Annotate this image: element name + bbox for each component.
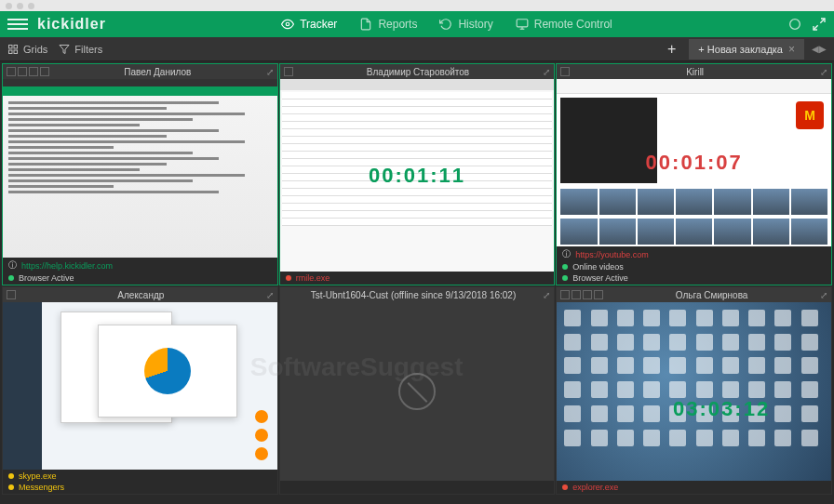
circle-icon xyxy=(255,447,268,460)
svg-rect-8 xyxy=(14,45,18,48)
svg-line-5 xyxy=(820,19,825,23)
tile-title: Ольга Смирнова xyxy=(603,290,820,300)
tile-screenshot[interactable]: 03:03:12 xyxy=(557,302,831,481)
tile-screenshot[interactable] xyxy=(3,79,277,258)
monitor-icon xyxy=(516,18,529,31)
tile-title: Павел Данилов xyxy=(49,67,266,77)
tile-screenshot[interactable]: 00:01:11 xyxy=(280,79,555,272)
top-navigation: Tracker Reports History Remote Control xyxy=(281,18,612,31)
record-icon[interactable] xyxy=(787,17,802,32)
footer-app: skype.exe xyxy=(19,471,57,481)
expand-icon[interactable]: ⤢ xyxy=(266,67,274,77)
mcdonalds-icon: M xyxy=(796,101,824,129)
monitor-icon xyxy=(284,67,293,76)
tile-kirill[interactable]: Kirill ⤢ M 00:01:07 ⓘhttps://youtube.com… xyxy=(556,63,832,285)
svg-rect-10 xyxy=(14,50,18,54)
svg-line-6 xyxy=(814,25,818,30)
grids-label: Grids xyxy=(23,44,47,55)
circle-icon xyxy=(255,429,268,442)
status-dot-icon xyxy=(562,264,568,270)
topbar: kickidler Tracker Reports History Remote… xyxy=(0,11,834,37)
filter-icon xyxy=(59,44,70,55)
tile-offline[interactable]: Tst-Ubnt1604-Cust (offline since 9/13/20… xyxy=(279,286,556,495)
toolbar: Grids Filters + + Новая закладка × ◀▶ xyxy=(0,37,834,61)
tile-title: Александр xyxy=(16,290,266,300)
nav-remote-label: Remote Control xyxy=(534,18,612,31)
expand-icon[interactable]: ⤢ xyxy=(543,67,550,77)
tile-pavel[interactable]: Павел Данилов ⤢ ⓘhttps://help.kickidler.… xyxy=(2,63,278,285)
nav-reports[interactable]: Reports xyxy=(359,18,417,31)
nav-history[interactable]: History xyxy=(439,18,492,31)
nav-tracker-label: Tracker xyxy=(300,18,337,31)
status-dot-icon xyxy=(8,484,14,490)
tile-title: Владимир Старовойтов xyxy=(293,67,544,77)
idle-timer: 00:01:11 xyxy=(369,164,465,188)
svg-point-0 xyxy=(286,22,289,26)
filters-label: Filters xyxy=(74,44,102,55)
document-icon xyxy=(359,18,372,31)
multi-monitor-icon xyxy=(560,290,603,299)
nav-reports-label: Reports xyxy=(378,18,417,31)
tab-label: + Новая закладка xyxy=(698,44,783,55)
svg-marker-11 xyxy=(60,45,69,53)
svg-rect-9 xyxy=(9,50,13,54)
tile-olga[interactable]: Ольга Смирнова ⤢ xyxy=(556,286,832,495)
footer-category: Online videos xyxy=(572,262,624,272)
tile-alexander[interactable]: Александр ⤢ skype.exe Messengers xyxy=(2,286,278,495)
close-icon[interactable]: × xyxy=(788,43,795,56)
grid-icon xyxy=(7,44,19,55)
monitor-icon xyxy=(560,67,570,76)
history-icon xyxy=(439,18,452,31)
footer-url: https://youtube.com xyxy=(575,250,649,259)
window-chrome xyxy=(0,0,834,11)
tile-title: Tst-Ubnt1604-Cust (offline since 9/13/20… xyxy=(284,290,544,300)
topbar-right xyxy=(787,17,827,32)
status-dot-icon xyxy=(286,275,291,281)
idle-timer: 00:01:07 xyxy=(646,151,743,175)
footer-app: rmile.exe xyxy=(296,273,330,283)
status-dot-icon xyxy=(562,275,568,281)
monitor-icon xyxy=(7,290,16,299)
nav-remote[interactable]: Remote Control xyxy=(516,18,612,31)
tile-title: Kirill xyxy=(570,67,820,77)
tile-screenshot[interactable] xyxy=(3,302,277,470)
add-tile-button[interactable]: + xyxy=(662,41,681,58)
info-icon: ⓘ xyxy=(8,259,17,272)
screens-grid: Павел Данилов ⤢ ⓘhttps://help.kickidler.… xyxy=(0,61,834,497)
svg-point-4 xyxy=(790,20,800,30)
expand-icon[interactable]: ⤢ xyxy=(820,67,827,77)
nav-history-label: History xyxy=(458,18,492,31)
tile-screenshot-offline xyxy=(280,302,555,481)
window-close-dot[interactable] xyxy=(6,3,12,9)
footer-status: Browser Active xyxy=(572,273,628,283)
filters-button[interactable]: Filters xyxy=(59,44,102,55)
eye-icon xyxy=(281,18,294,31)
tile-vladimir[interactable]: Владимир Старовойтов ⤢ 00:01:11 rmile.ex… xyxy=(279,63,556,285)
hamburger-menu-button[interactable] xyxy=(7,14,28,34)
window-max-dot[interactable] xyxy=(28,3,34,9)
logo: kickidler xyxy=(37,16,106,33)
footer-category: Messengers xyxy=(19,483,64,492)
grids-button[interactable]: Grids xyxy=(7,44,47,55)
window-min-dot[interactable] xyxy=(17,3,23,9)
status-dot-icon xyxy=(8,275,14,281)
pie-chart-icon xyxy=(144,348,191,394)
status-dot-icon xyxy=(8,473,14,479)
expand-icon[interactable]: ⤢ xyxy=(820,290,827,300)
tab-scroll-arrows[interactable]: ◀▶ xyxy=(812,44,827,54)
idle-timer: 03:03:12 xyxy=(673,397,770,421)
circle-icon xyxy=(255,410,268,423)
footer-status: Browser Active xyxy=(19,273,74,283)
fullscreen-icon[interactable] xyxy=(812,17,827,32)
svg-rect-7 xyxy=(9,45,13,48)
expand-icon[interactable]: ⤢ xyxy=(266,290,274,300)
tab-new-bookmark[interactable]: + Новая закладка × xyxy=(689,39,804,60)
offline-icon xyxy=(398,373,436,410)
svg-rect-1 xyxy=(517,20,528,27)
multi-monitor-icon xyxy=(7,67,49,76)
expand-icon[interactable]: ⤢ xyxy=(543,290,550,300)
footer-app: explorer.exe xyxy=(572,483,618,492)
nav-tracker[interactable]: Tracker xyxy=(281,18,337,31)
footer-url: https://help.kickidler.com xyxy=(21,261,113,271)
tile-screenshot[interactable]: M 00:01:07 xyxy=(557,79,831,246)
